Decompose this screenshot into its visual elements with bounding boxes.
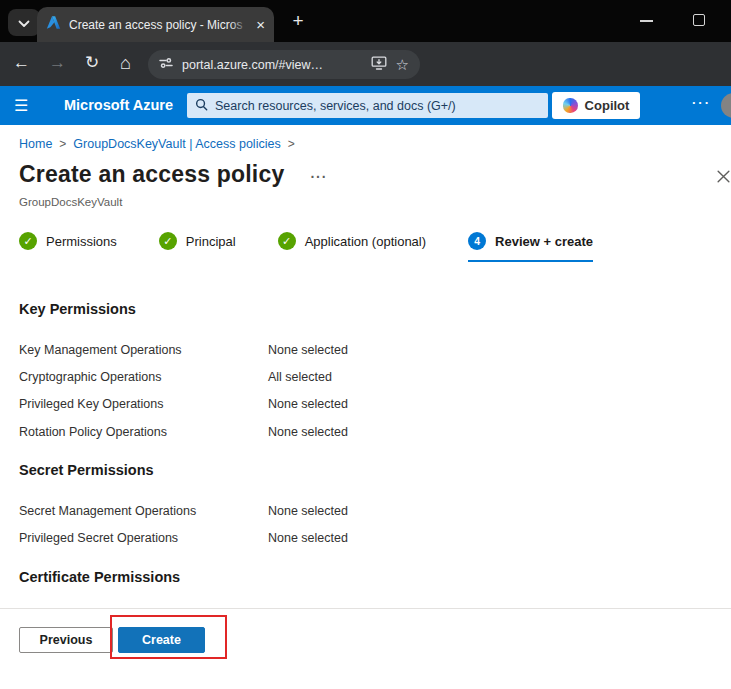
row-value: None selected	[268, 504, 579, 518]
table-row: Key Management Operations None selected	[19, 336, 579, 363]
step-label: Application (optional)	[305, 234, 426, 249]
browser-toolbar: ← → ↻ ⌂ portal.azure.com/#view… ☆	[0, 42, 731, 86]
section-heading-certificate-permissions: Certificate Permissions	[19, 569, 180, 585]
breadcrumb-separator: >	[59, 137, 66, 151]
page-title: Create an access policy	[19, 161, 284, 188]
section-heading-key-permissions: Key Permissions	[19, 301, 136, 317]
step-complete-icon: ✓	[19, 232, 37, 250]
previous-button[interactable]: Previous	[19, 627, 113, 653]
window-maximize-icon[interactable]	[693, 14, 705, 26]
page-subtitle: GroupDocsKeyVault	[19, 196, 122, 208]
row-label: Privileged Secret Operations	[19, 531, 268, 545]
home-icon[interactable]: ⌂	[120, 52, 131, 74]
breadcrumb-home-link[interactable]: Home	[19, 137, 52, 151]
forward-icon: →	[49, 52, 66, 74]
site-settings-icon[interactable]	[159, 56, 173, 74]
page-content: Home > GroupDocsKeyVault | Access polici…	[0, 125, 731, 689]
table-row: Rotation Policy Operations None selected	[19, 418, 579, 445]
more-options-icon[interactable]: ···	[692, 95, 711, 110]
title-row: Create an access policy ···	[19, 161, 327, 188]
browser-tab[interactable]: Create an access policy - Micros ×	[37, 7, 274, 42]
back-icon[interactable]: ←	[13, 52, 30, 74]
breadcrumb-keyvault-link[interactable]: GroupDocsKeyVault | Access policies	[73, 137, 280, 151]
key-permissions-rows: Key Management Operations None selected …	[19, 336, 579, 446]
install-app-icon[interactable]	[371, 56, 387, 74]
wizard-steps: ✓ Permissions ✓ Principal ✓ Application …	[19, 232, 593, 262]
close-page-icon[interactable]	[716, 169, 731, 185]
row-label: Rotation Policy Operations	[19, 425, 268, 439]
row-value: None selected	[268, 531, 579, 545]
tab-title: Create an access policy - Micros	[69, 18, 248, 32]
window-minimize-icon[interactable]	[640, 20, 653, 22]
row-label: Cryptographic Operations	[19, 370, 268, 384]
step-label: Review + create	[495, 234, 593, 249]
row-label: Privileged Key Operations	[19, 397, 268, 411]
row-label: Secret Management Operations	[19, 504, 268, 518]
step-complete-icon: ✓	[159, 232, 177, 250]
refresh-icon[interactable]: ↻	[85, 52, 99, 74]
chevron-down-icon	[18, 14, 30, 32]
tab-principal[interactable]: ✓ Principal	[159, 232, 236, 262]
avatar[interactable]	[721, 93, 731, 118]
tab-search-button[interactable]	[8, 9, 40, 36]
row-value: None selected	[268, 397, 579, 411]
section-heading-secret-permissions: Secret Permissions	[19, 462, 154, 478]
azure-brand[interactable]: Microsoft Azure	[64, 97, 173, 113]
hamburger-menu-icon[interactable]: ☰	[14, 96, 28, 115]
tab-close-icon[interactable]: ×	[256, 17, 265, 32]
azure-top-bar: ☰ Microsoft Azure Copilot ···	[0, 86, 731, 125]
new-tab-button[interactable]: +	[286, 9, 310, 33]
tab-review-create[interactable]: 4 Review + create	[468, 232, 593, 262]
search-input[interactable]	[215, 99, 540, 113]
breadcrumb: Home > GroupDocsKeyVault | Access polici…	[19, 137, 295, 151]
row-value: None selected	[268, 425, 579, 439]
row-value: All selected	[268, 370, 579, 384]
browser-tab-bar: Create an access policy - Micros × +	[0, 0, 731, 42]
search-icon	[195, 97, 208, 115]
azure-search-box[interactable]	[187, 93, 548, 118]
footer-divider	[0, 608, 731, 609]
address-bar[interactable]: portal.azure.com/#view… ☆	[148, 50, 420, 79]
step-number-icon: 4	[468, 232, 486, 250]
table-row: Cryptographic Operations All selected	[19, 363, 579, 390]
url-text: portal.azure.com/#view…	[182, 58, 362, 72]
breadcrumb-separator: >	[288, 137, 295, 151]
azure-favicon-icon	[46, 15, 61, 34]
row-label: Key Management Operations	[19, 343, 268, 357]
copilot-icon	[563, 98, 578, 113]
table-row: Privileged Secret Operations None select…	[19, 524, 579, 551]
copilot-button[interactable]: Copilot	[552, 92, 640, 119]
browser-window: Create an access policy - Micros × + ← →…	[0, 0, 731, 689]
secret-permissions-rows: Secret Management Operations None select…	[19, 497, 579, 552]
bookmark-star-icon[interactable]: ☆	[396, 57, 409, 72]
step-label: Principal	[186, 234, 236, 249]
tab-application-optional[interactable]: ✓ Application (optional)	[278, 232, 426, 262]
copilot-label: Copilot	[585, 98, 630, 113]
row-value: None selected	[268, 343, 579, 357]
title-more-icon[interactable]: ···	[310, 169, 327, 185]
tab-permissions[interactable]: ✓ Permissions	[19, 232, 117, 262]
create-button[interactable]: Create	[118, 627, 205, 653]
step-label: Permissions	[46, 234, 117, 249]
step-complete-icon: ✓	[278, 232, 296, 250]
table-row: Privileged Key Operations None selected	[19, 391, 579, 418]
table-row: Secret Management Operations None select…	[19, 497, 579, 524]
